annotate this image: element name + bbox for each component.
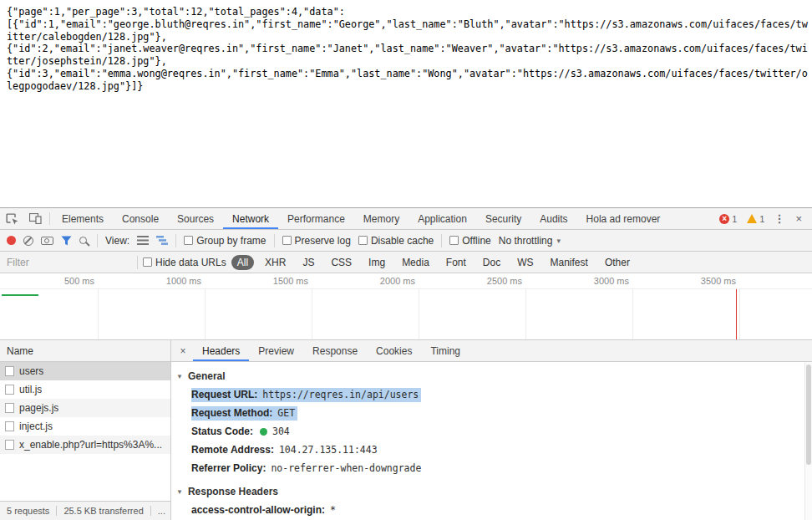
throttling-value: No throttling <box>499 235 553 247</box>
summary-bar: 5 requests 25.5 KB transferred ... <box>0 501 170 520</box>
tabbar-right-controls: 1 1 ⋮ × <box>719 208 812 229</box>
request-row-injectjs[interactable]: inject.js <box>0 417 170 436</box>
devtools-menu-icon[interactable]: ⋮ <box>768 212 790 225</box>
type-filter-img[interactable]: Img <box>363 255 391 270</box>
clear-icon[interactable] <box>23 236 33 246</box>
summary-request-count: 5 requests <box>7 506 49 516</box>
request-name: inject.js <box>19 421 53 432</box>
type-filter-all[interactable]: All <box>231 255 254 270</box>
status-code-label: Status Code: <box>191 426 253 437</box>
type-filter-doc[interactable]: Doc <box>477 255 506 270</box>
details-tab-cookies[interactable]: Cookies <box>367 340 421 361</box>
capture-screenshots-icon[interactable] <box>41 237 53 245</box>
timeline-tick: 3500 ms <box>678 276 736 286</box>
hide-data-urls-checkbox[interactable]: Hide data URLs <box>143 257 226 268</box>
divider <box>274 234 275 247</box>
request-url-label: Request URL: <box>191 389 257 400</box>
type-filter-media[interactable]: Media <box>396 255 435 270</box>
divider <box>49 212 50 225</box>
request-row-xenable[interactable]: x_enable.php?url=https%3A%... <box>0 436 170 454</box>
network-content: Name users util.js pagejs.js <box>0 340 812 520</box>
large-rows-view-icon[interactable] <box>137 236 149 245</box>
load-event-marker <box>736 289 737 339</box>
timeline-label-strip: 500 ms 1000 ms 1500 ms 2000 ms 2500 ms 3… <box>0 273 812 289</box>
timeline-gridline <box>205 289 206 339</box>
inspect-element-icon[interactable] <box>0 208 23 229</box>
request-method-value: GET <box>277 407 295 419</box>
tab-hola-ad-remover[interactable]: Hola ad remover <box>577 208 670 229</box>
hide-data-urls-label: Hide data URLs <box>155 257 226 268</box>
type-filter-ws[interactable]: WS <box>511 255 539 270</box>
details-close-icon[interactable]: × <box>173 340 193 361</box>
scrollbar-thumb[interactable] <box>806 365 811 465</box>
type-filter-js[interactable]: JS <box>297 255 320 270</box>
tab-audits[interactable]: Audits <box>530 208 576 229</box>
request-row-users[interactable]: users <box>0 362 170 380</box>
checkbox-icon <box>358 236 368 245</box>
file-icon <box>5 403 14 413</box>
tab-security[interactable]: Security <box>476 208 530 229</box>
timeline-tick: 1500 ms <box>250 276 308 286</box>
details-tab-headers[interactable]: Headers <box>193 340 249 361</box>
disable-cache-checkbox[interactable]: Disable cache <box>358 235 434 247</box>
group-by-frame-checkbox[interactable]: Group by frame <box>184 235 266 247</box>
filter-funnel-icon[interactable] <box>61 236 72 246</box>
headers-content: ▼ General Request URL: https://reqres.in… <box>171 362 812 520</box>
details-scrollbar[interactable] <box>804 362 812 520</box>
tab-performance[interactable]: Performance <box>278 208 354 229</box>
type-filter-font[interactable]: Font <box>440 255 472 270</box>
devtools-close-icon[interactable]: × <box>790 212 807 225</box>
error-count: 1 <box>732 214 737 224</box>
type-filter-other[interactable]: Other <box>599 255 636 270</box>
request-row-pagejsjs[interactable]: pagejs.js <box>0 399 170 417</box>
throttling-dropdown[interactable]: No throttling ▾ <box>499 235 561 247</box>
warning-count: 1 <box>759 214 764 224</box>
show-overview-icon[interactable] <box>156 236 168 245</box>
error-badge-icon[interactable] <box>719 214 729 224</box>
checkbox-icon <box>143 257 152 267</box>
column-header-name[interactable]: Name <box>0 340 170 362</box>
record-network-log-icon[interactable] <box>7 236 16 245</box>
details-tab-preview[interactable]: Preview <box>249 340 303 361</box>
checkbox-icon <box>282 236 292 245</box>
response-body-text: {"page":1,"per_page":3,"total":12,"total… <box>0 0 812 207</box>
tab-memory[interactable]: Memory <box>354 208 409 229</box>
filter-input[interactable] <box>7 257 132 268</box>
request-name: users <box>19 365 43 377</box>
tab-console[interactable]: Console <box>113 208 168 229</box>
details-tab-timing[interactable]: Timing <box>421 340 469 361</box>
type-filter-xhr[interactable]: XHR <box>259 255 292 270</box>
search-icon[interactable] <box>79 237 87 244</box>
details-tab-response[interactable]: Response <box>303 340 367 361</box>
warning-badge-icon[interactable] <box>747 214 757 223</box>
tab-network[interactable]: Network <box>223 208 278 229</box>
request-name: x_enable.php?url=https%3A%... <box>19 439 162 451</box>
device-toolbar-icon[interactable] <box>23 208 47 229</box>
summary-more: ... <box>158 506 165 516</box>
network-overview-timeline[interactable]: 500 ms 1000 ms 1500 ms 2000 ms 2500 ms 3… <box>0 273 812 340</box>
tab-sources[interactable]: Sources <box>168 208 223 229</box>
response-headers-section-header[interactable]: ▼ Response Headers <box>176 482 800 501</box>
status-code-value: 304 <box>272 426 290 437</box>
text-selection: Request Method: GET <box>191 406 297 421</box>
response-headers-section-title: Response Headers <box>188 486 278 497</box>
network-toolbar: View: Group by frame <box>0 230 812 252</box>
timeline-gridline <box>419 289 419 339</box>
request-method-label: Request Method: <box>191 407 272 419</box>
tab-application[interactable]: Application <box>409 208 476 229</box>
tab-elements[interactable]: Elements <box>53 208 113 229</box>
preserve-log-checkbox[interactable]: Preserve log <box>282 235 351 247</box>
response-body-line: {"id":3,"email":"emma.wong@reqres.in","f… <box>7 68 810 80</box>
timeline-gridline <box>632 289 633 339</box>
divider <box>175 234 176 247</box>
type-filter-css[interactable]: CSS <box>325 255 358 270</box>
offline-checkbox[interactable]: Offline <box>449 235 490 247</box>
divider <box>441 234 442 247</box>
type-filter-manifest[interactable]: Manifest <box>545 255 594 270</box>
general-section-header[interactable]: ▼ General <box>176 367 800 385</box>
file-icon <box>5 385 14 395</box>
request-row-utiljs[interactable]: util.js <box>0 380 170 399</box>
header-line-request-method: Request Method: GET <box>176 404 800 422</box>
request-details-pane: × Headers Preview Response Cookies Timin… <box>171 340 812 520</box>
devtools-tabbar: Elements Console Sources Network Perform… <box>0 208 812 230</box>
